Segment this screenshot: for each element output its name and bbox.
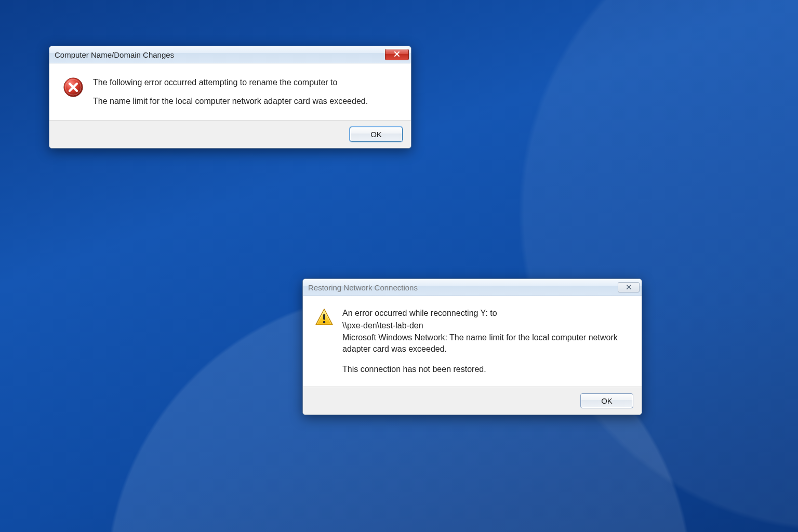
dialog-footer: OK: [303, 387, 642, 415]
message-column: The following error occurred attempting …: [93, 77, 395, 107]
dialog-content: An error occurred while reconnecting Y: …: [303, 296, 642, 387]
svg-point-3: [323, 321, 326, 324]
ok-button[interactable]: OK: [580, 393, 633, 408]
message-line-2: Microsoft Windows Network: The name limi…: [342, 332, 627, 354]
close-icon: [626, 284, 632, 291]
message-path: \\pxe-den\test-lab-den: [342, 320, 627, 331]
titlebar-text: Computer Name/Domain Changes: [55, 50, 385, 59]
warning-dialog-network: Restoring Network Connections: [302, 278, 642, 415]
message-line-1: An error occurred while reconnecting Y: …: [342, 308, 627, 319]
message-line-2: The name limit for the local computer ne…: [93, 96, 395, 107]
dialog-content: The following error occurred attempting …: [49, 63, 411, 120]
message-column: An error occurred while reconnecting Y: …: [342, 308, 627, 375]
message-line-3: This connection has not been restored.: [342, 364, 627, 375]
dialog-footer: OK: [49, 120, 411, 148]
close-button[interactable]: [618, 282, 640, 292]
titlebar-text: Restoring Network Connections: [308, 283, 618, 292]
error-icon: [63, 77, 84, 107]
svg-rect-2: [323, 314, 325, 320]
warning-icon: [314, 308, 334, 375]
ok-button[interactable]: OK: [350, 127, 403, 142]
titlebar[interactable]: Restoring Network Connections: [303, 279, 642, 296]
close-button[interactable]: [385, 49, 409, 60]
titlebar[interactable]: Computer Name/Domain Changes: [49, 46, 411, 63]
close-icon: [394, 51, 400, 58]
error-dialog-rename: Computer Name/Domain Changes: [49, 46, 411, 149]
message-line-1: The following error occurred attempting …: [93, 77, 395, 88]
